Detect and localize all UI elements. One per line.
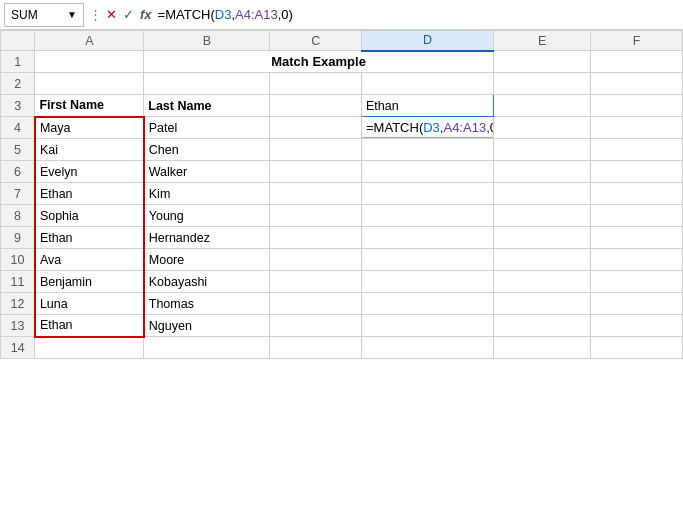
cell-a4[interactable]: Maya [35,117,144,139]
confirm-icon[interactable]: ✓ [123,7,134,22]
cell-b6[interactable]: Walker [144,161,270,183]
col-header-e[interactable]: E [493,31,590,51]
cell-c8[interactable] [270,205,362,227]
cell-a7[interactable]: Ethan [35,183,144,205]
cell-c2[interactable] [270,73,362,95]
cell-c13[interactable] [270,315,362,337]
cell-a8[interactable]: Sophia [35,205,144,227]
fx-icon[interactable]: fx [140,7,152,22]
formula-bar-separator: ⋮ [86,7,104,22]
cell-c5[interactable] [270,139,362,161]
row-num-13: 13 [1,315,35,337]
cell-e7[interactable] [493,183,590,205]
cell-d11[interactable] [362,271,494,293]
cell-a10[interactable]: Ava [35,249,144,271]
name-box[interactable]: SUM ▼ [4,3,84,27]
cell-a11[interactable]: Benjamin [35,271,144,293]
cell-d5[interactable] [362,139,494,161]
cell-d8[interactable] [362,205,494,227]
cell-b2[interactable] [144,73,270,95]
row-7: 7 Ethan Kim [1,183,683,205]
cell-c14[interactable] [270,337,362,359]
cell-e14[interactable] [493,337,590,359]
name-box-dropdown-icon[interactable]: ▼ [67,9,77,20]
cell-e12[interactable] [493,293,590,315]
cell-e10[interactable] [493,249,590,271]
cell-b7[interactable]: Kim [144,183,270,205]
cell-b3-header[interactable]: Last Name [144,95,270,117]
row-14: 14 [1,337,683,359]
cell-c6[interactable] [270,161,362,183]
name-box-value: SUM [11,8,38,22]
cell-e5[interactable] [493,139,590,161]
cell-a6[interactable]: Evelyn [35,161,144,183]
col-header-c[interactable]: C [270,31,362,51]
cell-e8[interactable] [493,205,590,227]
cell-e1[interactable] [493,51,590,73]
cell-a5[interactable]: Kai [35,139,144,161]
cell-e9[interactable] [493,227,590,249]
cell-f13[interactable] [591,315,683,337]
cell-b13[interactable]: Nguyen [144,315,270,337]
cell-d12[interactable] [362,293,494,315]
cell-e13[interactable] [493,315,590,337]
cell-d13[interactable] [362,315,494,337]
col-header-b[interactable]: B [144,31,270,51]
cell-c9[interactable] [270,227,362,249]
row-2: 2 [1,73,683,95]
cell-f4[interactable] [591,117,683,139]
cell-c10[interactable] [270,249,362,271]
cell-b9[interactable]: Hernandez [144,227,270,249]
col-header-a[interactable]: A [35,31,144,51]
cell-d7[interactable] [362,183,494,205]
cell-d14[interactable] [362,337,494,359]
cell-a2[interactable] [35,73,144,95]
cell-b4[interactable]: Patel [144,117,270,139]
cell-f8[interactable] [591,205,683,227]
cell-a3-header[interactable]: First Name [35,95,144,117]
cell-a9[interactable]: Ethan [35,227,144,249]
cell-e6[interactable] [493,161,590,183]
cell-b11[interactable]: Kobayashi [144,271,270,293]
cell-d6[interactable] [362,161,494,183]
cell-a1[interactable] [35,51,144,73]
cell-e3[interactable] [493,95,590,117]
cell-a14[interactable] [35,337,144,359]
cell-f5[interactable] [591,139,683,161]
cell-d10[interactable] [362,249,494,271]
cell-a12[interactable]: Luna [35,293,144,315]
cell-c12[interactable] [270,293,362,315]
col-header-f[interactable]: F [591,31,683,51]
cell-e4[interactable] [493,117,590,139]
cell-f14[interactable] [591,337,683,359]
row-6: 6 Evelyn Walker [1,161,683,183]
cell-b12[interactable]: Thomas [144,293,270,315]
cell-f12[interactable] [591,293,683,315]
cell-f2[interactable] [591,73,683,95]
cell-d3-ethan[interactable]: Ethan [362,95,494,117]
cell-f6[interactable] [591,161,683,183]
cell-f9[interactable] [591,227,683,249]
cell-d4-formula[interactable]: =MATCH(D3,A4:A13,0) MATCH(lookup_value, … [362,117,494,139]
cell-e2[interactable] [493,73,590,95]
cell-c4[interactable] [270,117,362,139]
cell-b8[interactable]: Young [144,205,270,227]
cancel-icon[interactable]: ✕ [106,7,117,22]
cell-f11[interactable] [591,271,683,293]
cell-f3[interactable] [591,95,683,117]
cell-a13[interactable]: Ethan [35,315,144,337]
cell-c11[interactable] [270,271,362,293]
cell-f1[interactable] [591,51,683,73]
cell-e11[interactable] [493,271,590,293]
row-3: 3 First Name Last Name Ethan [1,95,683,117]
cell-b14[interactable] [144,337,270,359]
cell-f10[interactable] [591,249,683,271]
cell-d9[interactable] [362,227,494,249]
col-header-d[interactable]: D [362,31,494,51]
cell-f7[interactable] [591,183,683,205]
cell-c7[interactable] [270,183,362,205]
cell-b5[interactable]: Chen [144,139,270,161]
cell-d2[interactable] [362,73,494,95]
cell-c3[interactable] [270,95,362,117]
cell-b10[interactable]: Moore [144,249,270,271]
